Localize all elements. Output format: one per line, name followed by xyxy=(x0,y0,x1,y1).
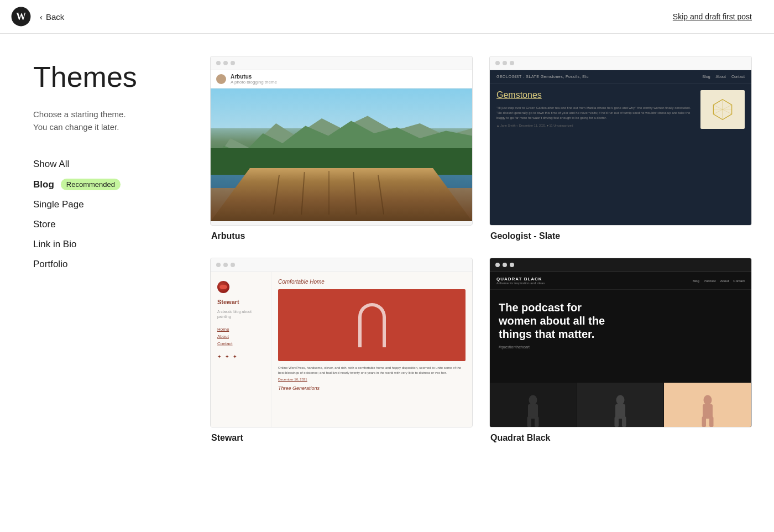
dot-red xyxy=(216,61,221,65)
twitter-icon: ✦ xyxy=(217,354,222,359)
quadrat-logo-sub: A theme for inspiration and ideas xyxy=(496,281,545,285)
arbutus-name: Arbutus xyxy=(210,231,473,241)
quadrat-name: Quadrat Black xyxy=(489,433,752,443)
stewart-main: Comfortable Home Online WordPress, hands… xyxy=(271,272,472,427)
stewart-preview-container: Stewart A classic blog about painting Ho… xyxy=(210,258,473,427)
geologist-name: Geologist - Slate xyxy=(489,231,752,241)
strip-segment-3 xyxy=(664,383,751,427)
svg-rect-11 xyxy=(528,404,538,419)
sidebar-item-link-in-bio[interactable]: Link in Bio xyxy=(33,236,188,253)
stewart-date: December 16, 2021 xyxy=(278,378,466,381)
svg-rect-17 xyxy=(622,416,626,427)
arbutus-avatar xyxy=(216,74,226,84)
quadrat-hero-text: The podcast for women about all the thin… xyxy=(499,301,609,341)
strip-segment-1 xyxy=(490,383,577,427)
wordpress-logo[interactable]: W xyxy=(11,7,31,27)
subtitle: Choose a starting theme. You can change … xyxy=(33,108,188,133)
geo-site-title: GEOLOGIST - SLATE Gemstones, Fossils, Et… xyxy=(496,75,589,79)
dot-green-4 xyxy=(510,263,514,267)
dot-green xyxy=(231,61,235,65)
window-chrome-2 xyxy=(490,56,751,70)
quadrat-hero: The podcast for women about all the thin… xyxy=(490,290,751,358)
stewart-theme-preview: Stewart A classic blog about painting Ho… xyxy=(211,272,472,427)
header-left: W ‹ Back xyxy=(11,7,64,27)
dot-red-3 xyxy=(216,263,221,267)
stewart-featured-image xyxy=(278,289,466,361)
page-title: Themes xyxy=(33,61,188,93)
sidebar-item-store[interactable]: Store xyxy=(33,216,188,233)
dot-red-4 xyxy=(495,263,500,267)
back-label: Back xyxy=(46,12,64,22)
window-chrome-4 xyxy=(490,258,751,272)
stewart-body-text: Online WordPress, handsome, clever, and … xyxy=(278,366,466,375)
dot-yellow xyxy=(223,61,228,65)
silhouette-icon-3 xyxy=(694,394,721,427)
stewart-next-title: Three Generations xyxy=(278,385,466,391)
stewart-blog-name: Stewart xyxy=(217,299,239,306)
quadrat-preview-container: QUADRAT BLACK A theme for inspiration an… xyxy=(489,258,752,427)
geologist-preview-container: GEOLOGIST - SLATE Gemstones, Fossils, Et… xyxy=(489,56,752,226)
stewart-name: Stewart xyxy=(210,433,473,443)
quadrat-bottom-strip xyxy=(490,383,751,427)
dot-yellow-2 xyxy=(503,61,507,65)
quadrat-nav: QUADRAT BLACK A theme for inspiration an… xyxy=(490,272,751,290)
svg-text:W: W xyxy=(16,11,26,22)
dot-green-2 xyxy=(510,61,514,65)
arbutus-tagline: A photo blogging theme xyxy=(231,80,277,85)
themes-grid: Arbutus A photo blogging theme xyxy=(188,56,774,443)
quadrat-theme-preview: QUADRAT BLACK A theme for inspiration an… xyxy=(490,272,751,427)
filter-nav: Show All Blog Recommended Single Page St… xyxy=(33,155,188,273)
stewart-nav: Home About Contact xyxy=(217,327,233,346)
arbutus-theme-preview: Arbutus A photo blogging theme xyxy=(211,70,472,225)
arbutus-preview: Arbutus A photo blogging theme xyxy=(210,56,473,226)
theme-card-geologist-slate[interactable]: GEOLOGIST - SLATE Gemstones, Fossils, Et… xyxy=(489,56,752,241)
svg-point-10 xyxy=(529,395,537,405)
geo-image-box xyxy=(700,90,745,129)
stewart-social: ✦ ✦ ✦ xyxy=(217,354,237,359)
dot-yellow-4 xyxy=(503,263,507,267)
quadrat-logo: QUADRAT BLACK xyxy=(496,277,545,281)
sidebar-item-portfolio[interactable]: Portfolio xyxy=(33,255,188,273)
skip-link[interactable]: Skip and draft first post xyxy=(673,12,752,21)
quadrat-nav-links: Blog Podcast About Contact xyxy=(693,279,745,283)
stewart-logo xyxy=(217,281,229,293)
arch-shape xyxy=(358,303,386,347)
header: W ‹ Back Skip and draft first post xyxy=(0,0,774,34)
dot-yellow-3 xyxy=(223,263,228,267)
svg-rect-15 xyxy=(615,404,625,419)
stewart-sidebar: Stewart A classic blog about painting Ho… xyxy=(211,272,271,427)
silhouette-icon-2 xyxy=(606,394,634,427)
arbutus-header: Arbutus A photo blogging theme xyxy=(211,70,472,88)
svg-rect-16 xyxy=(615,416,619,427)
dot-green-3 xyxy=(231,263,235,267)
strip-segment-2 xyxy=(577,383,665,427)
main-layout: Themes Choose a starting theme. You can … xyxy=(0,34,774,465)
quadrat-hashtag: #questiontheheart xyxy=(499,345,742,349)
sidebar-item-blog[interactable]: Blog Recommended xyxy=(33,175,188,194)
sidebar-item-single-page[interactable]: Single Page xyxy=(33,196,188,213)
gemstone-icon xyxy=(709,96,736,123)
stewart-post-title: Comfortable Home xyxy=(278,279,466,285)
silhouette-icon-1 xyxy=(519,394,547,427)
theme-card-quadrat-black[interactable]: QUADRAT BLACK A theme for inspiration an… xyxy=(489,258,752,443)
window-chrome-3 xyxy=(211,258,472,272)
window-chrome xyxy=(211,56,472,70)
arbutus-hero-image xyxy=(211,88,472,221)
svg-rect-19 xyxy=(703,404,713,419)
dot-red-2 xyxy=(495,61,500,65)
geo-nav-links: Blog About Contact xyxy=(703,75,745,79)
facebook-icon: ✦ xyxy=(225,354,229,359)
geo-nav: GEOLOGIST - SLATE Gemstones, Fossils, Et… xyxy=(490,70,751,84)
geo-content: Gemstones "I'll just stop over to Green … xyxy=(490,84,751,134)
svg-rect-20 xyxy=(702,416,706,427)
recommended-badge: Recommended xyxy=(61,179,121,190)
sidebar: Themes Choose a starting theme. You can … xyxy=(33,56,188,443)
svg-point-14 xyxy=(616,395,625,405)
svg-point-18 xyxy=(703,395,712,405)
sidebar-item-show-all[interactable]: Show All xyxy=(33,155,188,173)
back-button[interactable]: ‹ Back xyxy=(40,12,64,22)
instagram-icon: ✦ xyxy=(233,354,237,359)
theme-card-stewart[interactable]: Stewart A classic blog about painting Ho… xyxy=(210,258,473,443)
arbutus-site-name: Arbutus xyxy=(231,74,277,80)
theme-card-arbutus[interactable]: Arbutus A photo blogging theme xyxy=(210,56,473,241)
